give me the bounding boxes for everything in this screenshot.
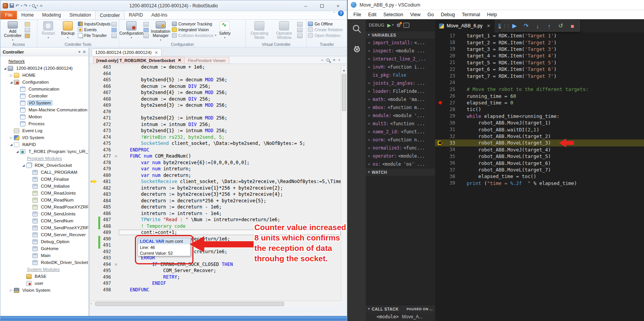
events-button[interactable]: Events	[78, 27, 111, 32]
rapid-code-line[interactable]: 467 byte2send{4} := decnum MOD 256;	[90, 89, 341, 96]
tree-expander[interactable]: ◢	[9, 143, 13, 146]
expand-icon[interactable]: >	[368, 122, 373, 126]
search-activity-icon[interactable]	[352, 24, 362, 34]
expand-icon[interactable]: >	[368, 49, 373, 53]
rapid-code-line[interactable]: 472 intnum := intnum DIV 256;	[90, 121, 341, 128]
breakpoint-gutter[interactable]	[435, 133, 445, 139]
python-code-line[interactable]: 17target_1 = RDK.Item('Target 1')	[435, 32, 644, 39]
tab-close-icon[interactable]: ✕	[487, 24, 490, 29]
rapid-code-line[interactable]: 497 ENDIF	[90, 280, 341, 287]
menu-debug[interactable]: Debug	[437, 12, 459, 17]
variable-row[interactable]: >joints_2_angles:...	[366, 79, 435, 87]
python-code-line[interactable]: 26running_time = 60	[435, 93, 644, 99]
step-over-button[interactable]: ↷	[520, 22, 532, 29]
pencil-icon[interactable]	[25, 22, 30, 27]
expand-icon[interactable]: >	[368, 154, 373, 158]
expand-icon[interactable]: >	[368, 106, 373, 109]
zoom-in-icon[interactable]: +	[333, 57, 335, 63]
rapid-code-line[interactable]: 473 byte2send{1} := intnum MOD 256;	[90, 128, 341, 134]
menu-file[interactable]: File	[350, 12, 365, 17]
continue-button[interactable]: ▶	[509, 22, 520, 29]
expand-icon[interactable]: >	[368, 138, 373, 142]
backup-button[interactable]: Backup▾	[58, 20, 78, 42]
expand-icon[interactable]: >	[368, 65, 373, 69]
python-code-line[interactable]: 31 robot_ABB.waitDI(2,1)	[435, 126, 644, 133]
tree-expander[interactable]: ◢	[21, 164, 26, 167]
tree-item-base[interactable]: BASE	[0, 273, 88, 280]
undo-dropdown-icon[interactable]: ▾	[21, 4, 22, 7]
tab-simulation[interactable]: Simulation	[65, 11, 95, 19]
tree-item-com-readjoints[interactable]: COM_ReadJoints	[0, 190, 88, 197]
tree-item-rdk-driversocket[interactable]: ◢RDK_DriverSocket	[0, 162, 88, 169]
open-relation-button[interactable]: Open Relation	[308, 33, 343, 38]
breakpoint-gutter[interactable]	[435, 173, 445, 180]
rapid-code-line[interactable]: 481 SocketReceive client_socket, \Data:=…	[90, 178, 341, 185]
tree-item-i-o-system[interactable]: I/O System	[0, 99, 88, 106]
rapid-code-line[interactable]: 476 ENDPROC	[90, 147, 341, 153]
python-code-view[interactable]: 17target_1 = RDK.Item('Target 1')18targe…	[435, 32, 644, 321]
menu-selection[interactable]: Selection	[380, 12, 407, 17]
tab-controller[interactable]: Controller	[95, 11, 124, 19]
close-button[interactable]: ×	[330, 1, 346, 10]
rapid-code-line[interactable]: 470	[90, 109, 341, 115]
maximize-button[interactable]	[314, 1, 330, 10]
variable-row[interactable]: >normalize3:<func...	[366, 144, 435, 152]
breakpoint-gutter[interactable]	[435, 126, 445, 133]
tree-item-controller[interactable]: Controller	[0, 92, 88, 99]
document-tab[interactable]: 1200-800124 (1200-800124)✕	[92, 49, 161, 56]
breakpoint-gutter[interactable]	[435, 79, 445, 86]
redo-dropdown-icon[interactable]: ▾	[29, 4, 31, 7]
expand-icon[interactable]: >	[368, 97, 373, 101]
breakpoint-gutter[interactable]	[435, 59, 445, 66]
python-code-line[interactable]: 24	[435, 79, 644, 86]
stop-button[interactable]: ■	[567, 23, 578, 29]
breakpoint-gutter[interactable]	[435, 180, 445, 187]
installation-manager-button[interactable]: Installation Manager▾	[150, 20, 172, 42]
variable-row[interactable]: >math:<module 'ma...	[366, 95, 435, 103]
breakpoint-gutter[interactable]	[435, 119, 445, 126]
minimize-button[interactable]: –	[298, 1, 314, 10]
rapid-code-line[interactable]: 498 ENDFUNC	[90, 287, 341, 293]
variable-row[interactable]: >norm:<function n...	[366, 136, 435, 144]
python-code-line[interactable]: 19target_3 = RDK.Item('Target 3')	[435, 46, 644, 52]
hscroll-thumb[interactable]	[95, 302, 284, 306]
rapid-code-line[interactable]: 486 intreturn := intreturn - 1e4;	[90, 210, 341, 217]
tree-item-process[interactable]: Process	[0, 120, 88, 127]
breakpoint-gutter[interactable]	[435, 72, 445, 79]
fold-marker[interactable]: ⊟	[113, 154, 119, 158]
expand-icon[interactable]: >	[368, 57, 373, 61]
tree-item-home[interactable]: ▷HOME	[0, 72, 88, 79]
breakpoint-gutter[interactable]	[435, 93, 445, 99]
variable-row[interactable]: >import_install:<...	[366, 39, 435, 47]
redo-icon[interactable]: ↷	[24, 3, 28, 8]
panel-close-icon[interactable]: ✕	[83, 50, 86, 54]
tree-item-i-o-system[interactable]: ▷I/O System	[0, 134, 88, 141]
config-tool-icon-2[interactable]	[143, 28, 149, 32]
go-offline-button[interactable]: Go Offline	[308, 22, 343, 26]
breakpoint-gutter[interactable]	[435, 39, 445, 45]
rapid-code-line[interactable]: 463 decnum := decnum + 1e6;	[90, 64, 341, 71]
breakpoint-gutter[interactable]	[435, 146, 445, 153]
python-code-line[interactable]: 23target_7 = RDK.Item('Target 7')	[435, 72, 644, 79]
undo-icon[interactable]: ↶	[15, 3, 19, 8]
python-code-line[interactable]: 27elapsed_time = 0	[435, 99, 644, 106]
rapid-code-line[interactable]: 471 byte2send{2} := intnum MOD 256;	[90, 115, 341, 121]
tree-item-com-readnum[interactable]: COM_ReadNum	[0, 197, 88, 203]
variable-row[interactable]: is_pkg:False	[366, 71, 435, 79]
config-tool-icon-1[interactable]	[143, 22, 149, 27]
fold-marker[interactable]: ⊟	[113, 262, 119, 266]
python-code-line[interactable]: 18target_2 = RDK.Item('Target 2')	[435, 39, 644, 45]
tree-item-com-finalise[interactable]: COM_Finalise	[0, 176, 88, 183]
vscroll-thumb[interactable]	[342, 74, 346, 111]
callstack-frame-row[interactable]: <module> Move_A...	[366, 313, 435, 321]
tree-item-com-sendposexyzrpw[interactable]: COM_SendPoseXYZRPW	[0, 224, 88, 231]
tree-item-communication[interactable]: Communication	[0, 86, 88, 92]
variables-section-header[interactable]: ▾ VARIABLES	[366, 31, 435, 39]
rapid-code-line[interactable]: 496 RETRY;	[90, 274, 341, 281]
file-transfer-button[interactable]: File Transfer	[78, 33, 111, 38]
menu-terminal[interactable]: Terminal	[459, 12, 484, 17]
tab-rapid[interactable]: RAPID	[124, 11, 147, 19]
users-icon[interactable]	[25, 34, 30, 38]
rapid-code-line[interactable]: 469 byte2send{3} := decnum MOD 256;	[90, 102, 341, 109]
menu-help[interactable]: Help	[484, 12, 501, 17]
